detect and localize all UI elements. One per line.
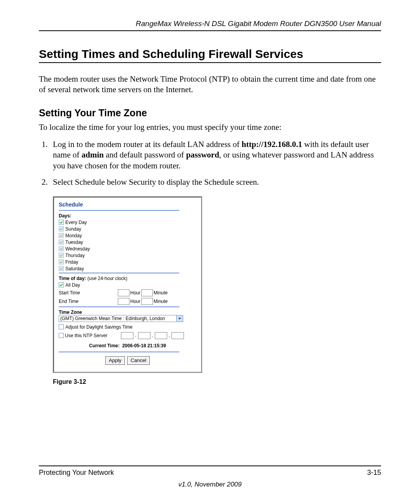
apply-button[interactable]: Apply — [105, 356, 125, 365]
start-time-row: Start Time Hour Minute — [59, 289, 196, 296]
lead-text: To localize the time for your log entrie… — [39, 122, 381, 132]
minute-label: Minute — [154, 290, 168, 296]
checkbox-wednesday[interactable]: Wednesday — [59, 246, 196, 252]
checkbox-label: All Day — [65, 282, 80, 288]
start-minute-input[interactable] — [141, 289, 153, 296]
checkbox-icon — [59, 246, 64, 251]
divider — [59, 210, 179, 211]
checkbox-friday[interactable]: Friday — [59, 259, 196, 265]
checkbox-icon — [59, 220, 64, 225]
step-2: Select Schedule below Security to displa… — [50, 177, 381, 188]
checkbox-every-day[interactable]: Every Day — [59, 220, 196, 225]
checkbox-icon — [59, 324, 64, 329]
checkbox-label: Adjust for Daylight Savings Time — [65, 324, 133, 330]
cancel-button[interactable]: Cancel — [127, 356, 150, 365]
figure-caption: Figure 3-12 — [53, 378, 381, 385]
timezone-select[interactable]: (GMT) Greenwich Mean Time : Edinburgh, L… — [59, 315, 183, 322]
schedule-panel: Schedule Days: Every Day Sunday Monday T… — [53, 196, 202, 373]
checkbox-icon — [59, 259, 64, 264]
footer-page: 3-15 — [367, 469, 381, 477]
ntp-octet-1[interactable] — [121, 332, 133, 339]
timezone-value: (GMT) Greenwich Mean Time : Edinburgh, L… — [60, 316, 165, 321]
step-list: Log in to the modem router at its defaul… — [39, 139, 381, 188]
manual-page: RangeMax Wireless-N DSL Gigabit Modem Ro… — [0, 0, 420, 504]
checkbox-icon — [59, 253, 64, 258]
divider — [59, 352, 179, 352]
checkbox-icon — [59, 226, 64, 231]
checkbox-sunday[interactable]: Sunday — [59, 226, 196, 232]
checkbox-icon — [59, 233, 64, 238]
ntp-label: Use this NTP Server — [65, 333, 107, 338]
divider — [59, 273, 179, 273]
checkbox-dst[interactable]: Adjust for Daylight Savings Time — [59, 324, 196, 330]
page-footer: Protecting Your Network 3-15 v1.0, Novem… — [39, 466, 381, 488]
checkbox-label: Every Day — [65, 220, 87, 225]
ntp-row: Use this NTP Server . . . — [59, 332, 196, 339]
time-of-day-label: Time of day: (use 24-hour clock) — [59, 276, 196, 281]
end-hour-input[interactable] — [118, 298, 130, 305]
checkbox-icon — [59, 282, 64, 287]
footer-version: v1.0, November 2009 — [39, 481, 381, 488]
step-1: Log in to the modem router at its defaul… — [50, 139, 381, 172]
divider — [59, 306, 179, 307]
timezone-label: Time Zone — [59, 310, 196, 315]
end-time-label: End Time — [59, 299, 117, 304]
button-row: Apply Cancel — [59, 356, 196, 365]
checkbox-monday[interactable]: Monday — [59, 233, 196, 238]
checkbox-label: Friday — [65, 259, 78, 265]
hour-label: Hour — [130, 299, 140, 304]
checkbox-label: Wednesday — [65, 246, 90, 252]
checkbox-all-day[interactable]: All Day — [59, 282, 196, 288]
ntp-octet-3[interactable] — [155, 332, 167, 339]
chevron-down-icon — [176, 315, 183, 322]
checkbox-tuesday[interactable]: Tuesday — [59, 240, 196, 245]
checkbox-label: Saturday — [65, 266, 84, 271]
svg-marker-0 — [178, 318, 181, 320]
panel-title: Schedule — [59, 201, 196, 209]
checkbox-label: Monday — [65, 233, 82, 238]
checkbox-icon — [59, 240, 64, 245]
checkbox-label: Tuesday — [65, 240, 83, 245]
intro-paragraph: The modem router uses the Network Time P… — [39, 74, 381, 95]
section-heading: Setting Times and Scheduling Firewall Se… — [39, 47, 381, 63]
end-minute-input[interactable] — [141, 298, 153, 305]
days-label: Days: — [59, 213, 196, 219]
subsection-heading: Setting Your Time Zone — [39, 107, 381, 119]
ntp-octet-4[interactable] — [172, 332, 184, 339]
screenshot-wrapper: Schedule Days: Every Day Sunday Monday T… — [53, 196, 381, 385]
checkbox-ntp[interactable] — [59, 333, 64, 338]
footer-section: Protecting Your Network — [39, 469, 114, 477]
running-header: RangeMax Wireless-N DSL Gigabit Modem Ro… — [39, 19, 381, 31]
start-hour-input[interactable] — [118, 289, 130, 296]
end-time-row: End Time Hour Minute — [59, 298, 196, 305]
checkbox-label: Sunday — [65, 226, 81, 232]
ntp-octet-2[interactable] — [138, 332, 150, 339]
hour-label: Hour — [130, 290, 140, 296]
checkbox-saturday[interactable]: Saturday — [59, 266, 196, 271]
checkbox-label: Thursday — [65, 253, 85, 258]
checkbox-thursday[interactable]: Thursday — [59, 253, 196, 258]
minute-label: Minute — [154, 299, 168, 304]
current-time: Current Time: 2006-05-18 21:15:39 — [59, 343, 196, 348]
checkbox-icon — [59, 266, 64, 271]
start-time-label: Start Time — [59, 290, 117, 296]
